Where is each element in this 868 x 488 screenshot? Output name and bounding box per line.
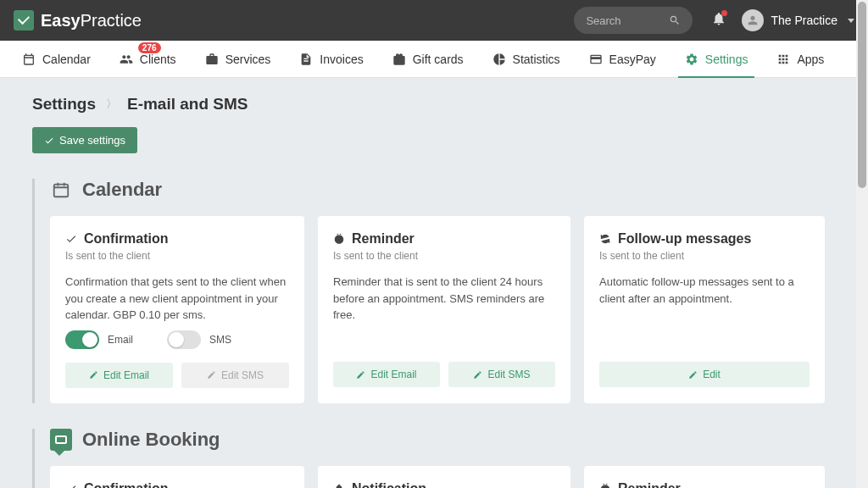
statistics-icon [492, 53, 506, 66]
section-online-booking: Online Booking Confirmation Is sent to t… [32, 429, 836, 489]
clients-icon [120, 53, 133, 66]
edit-icon [89, 370, 98, 380]
logo-icon [14, 10, 34, 30]
refresh-icon [599, 233, 611, 245]
clients-badge: 276 [138, 42, 161, 53]
search-input[interactable]: Search [574, 7, 693, 34]
online-booking-section-icon [50, 429, 72, 451]
nav-settings[interactable]: Settings [685, 41, 748, 77]
breadcrumb: Settings 〉 E-mail and SMS [32, 95, 836, 114]
clock-icon [599, 483, 611, 489]
giftcards-icon [392, 53, 406, 66]
edit-email-button[interactable]: Edit Email [333, 362, 440, 387]
brand-logo[interactable]: EasyPractice [14, 10, 142, 30]
edit-sms-button[interactable]: Edit SMS [181, 363, 289, 388]
scrollbar[interactable] [856, 0, 868, 488]
search-icon [669, 14, 681, 26]
card-ob-reminder: Reminder Is sent to the client [584, 466, 825, 489]
nav-services[interactable]: Services [205, 41, 271, 77]
card-confirmation: Confirmation Is sent to the client Confi… [50, 216, 304, 403]
apps-icon [776, 53, 790, 66]
gear-icon [685, 53, 698, 66]
section-title: Online Booking [82, 429, 220, 451]
card-reminder: Reminder Is sent to the client Reminder … [318, 216, 570, 403]
nav-giftcards[interactable]: Gift cards [392, 41, 464, 77]
section-title: Calendar [82, 179, 162, 201]
content-area: Settings 〉 E-mail and SMS Save settings … [0, 78, 868, 488]
card-ob-confirmation: Confirmation Is sent to the client [50, 466, 304, 489]
calendar-icon [22, 53, 36, 66]
breadcrumb-root[interactable]: Settings [32, 95, 96, 114]
toggle-sms[interactable] [167, 330, 201, 349]
chevron-down-icon [848, 19, 854, 23]
edit-button[interactable]: Edit [599, 362, 810, 387]
nav-statistics[interactable]: Statistics [492, 41, 560, 77]
section-calendar: Calendar Confirmation Is sent to the cli… [32, 179, 836, 403]
avatar-icon [746, 14, 760, 27]
user-name: The Practice [771, 14, 837, 27]
scrollbar-thumb[interactable] [858, 2, 866, 188]
nav-easypay[interactable]: EasyPay [589, 41, 656, 77]
toggle-email[interactable] [65, 330, 99, 349]
check-icon [65, 483, 77, 489]
nav-invoices[interactable]: Invoices [299, 41, 363, 77]
user-menu[interactable]: The Practice [742, 9, 854, 31]
check-icon [65, 233, 77, 245]
edit-icon [356, 370, 365, 380]
notifications-button[interactable] [711, 11, 726, 30]
avatar [742, 9, 764, 31]
nav-clients[interactable]: Clients 276 [120, 41, 176, 77]
calendar-section-icon [50, 179, 72, 201]
edit-icon [473, 370, 482, 380]
bell-icon [333, 483, 345, 489]
invoices-icon [299, 53, 313, 66]
main-nav: Calendar Clients 276 Services Invoices G… [0, 41, 868, 78]
chevron-right-icon: 〉 [106, 97, 117, 112]
edit-icon [207, 370, 216, 380]
services-icon [205, 53, 219, 66]
edit-sms-button[interactable]: Edit SMS [448, 362, 555, 387]
topbar: EasyPractice Search The Practice [0, 0, 868, 41]
nav-apps[interactable]: Apps [776, 41, 824, 77]
nav-calendar[interactable]: Calendar [22, 41, 91, 77]
search-placeholder: Search [586, 14, 659, 27]
breadcrumb-current: E-mail and SMS [127, 95, 248, 114]
edit-icon [688, 370, 698, 380]
easypay-icon [589, 53, 603, 66]
brand-easy: Easy [41, 11, 81, 30]
svg-rect-0 [54, 185, 69, 197]
calendar-icon [52, 180, 70, 199]
card-ob-notification: Notification Is sent to you [318, 466, 570, 489]
brand-practice: Practice [81, 11, 142, 30]
check-icon [44, 136, 54, 146]
clock-icon [333, 233, 345, 245]
save-settings-button[interactable]: Save settings [32, 127, 137, 153]
edit-email-button[interactable]: Edit Email [65, 363, 173, 388]
card-followup: Follow-up messages Is sent to the client… [584, 216, 825, 403]
